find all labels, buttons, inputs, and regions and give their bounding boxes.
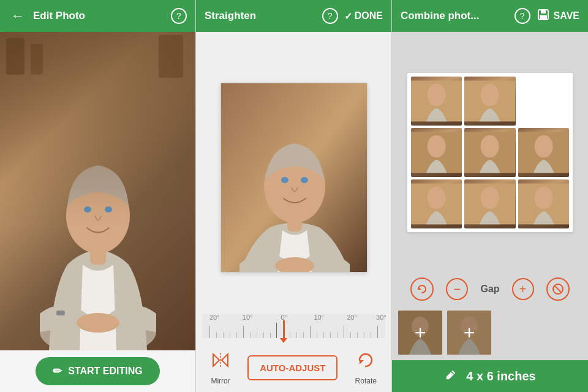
svg-point-30: [534, 135, 552, 158]
mid-help-button[interactable]: ?: [322, 8, 338, 24]
svg-marker-15: [222, 354, 228, 366]
gap-plus-button[interactable]: +: [512, 278, 534, 300]
ruler-container: 20° 10° 0° 10° 20° 30°: [202, 311, 385, 343]
done-button[interactable]: ✓ DONE: [344, 10, 383, 22]
minus-icon: −: [454, 282, 461, 296]
right-help-button[interactable]: ?: [514, 8, 530, 24]
thumb-2-plus-icon: +: [464, 323, 475, 342]
grid-cell-2-3: [518, 128, 569, 177]
done-check-icon: ✓: [344, 10, 352, 22]
undo-button[interactable]: [410, 277, 434, 301]
app-container: ← Edit Photo ?: [0, 0, 588, 392]
svg-point-11: [281, 177, 288, 183]
start-editing-label: START EDITING: [68, 366, 142, 377]
save-label: SAVE: [554, 10, 579, 21]
right-panel: Combine phot... ? SAVE: [392, 0, 588, 392]
thumb-1-container: +: [398, 311, 442, 355]
mid-photo-container: [221, 83, 368, 273]
mirror-label: Mirror: [211, 377, 230, 385]
left-help-button[interactable]: ?: [171, 8, 187, 24]
svg-line-39: [554, 285, 562, 293]
photo-grid: [407, 73, 573, 232]
start-editing-button[interactable]: ✏ START EDITING: [36, 357, 159, 385]
thumb-bar: + +: [392, 305, 588, 360]
size-text: 4 x 6 inches: [466, 369, 535, 383]
size-edit-icon: [444, 368, 458, 385]
ruler-area: 20° 10° 0° 10° 20° 30°: [196, 311, 391, 343]
svg-point-34: [481, 187, 499, 209]
rotate-label: Rotate: [355, 377, 377, 385]
svg-point-36: [534, 187, 552, 209]
rotate-icon: [356, 350, 375, 374]
svg-marker-17: [360, 360, 364, 364]
thumb-2-add-button[interactable]: +: [447, 311, 491, 355]
thumb-2-container: +: [447, 311, 491, 355]
done-label: DONE: [355, 10, 383, 21]
svg-point-5: [77, 313, 119, 333]
save-icon: [537, 8, 550, 24]
grid-cell-1-1: [411, 77, 462, 126]
svg-rect-19: [541, 10, 546, 13]
grid-cell-3-3: [518, 179, 569, 228]
grid-cell-1-2: [464, 77, 515, 126]
mirror-icon: [211, 350, 230, 374]
grid-cell-2-1: [411, 128, 462, 177]
svg-rect-20: [540, 15, 547, 20]
rotate-button[interactable]: Rotate: [355, 350, 377, 385]
plus-icon: +: [519, 282, 527, 296]
gap-label: Gap: [480, 284, 499, 295]
photo-grid-area: [392, 32, 588, 273]
no-rotate-button[interactable]: [546, 277, 570, 301]
left-photo-background: [0, 32, 195, 350]
grid-cell-3-2: [464, 179, 515, 228]
svg-rect-6: [56, 311, 65, 315]
grid-row-1: [411, 77, 569, 126]
grid-cell-3-1: [411, 179, 462, 228]
pencil-icon: ✏: [53, 364, 62, 378]
left-panel-title: Edit Photo: [33, 10, 165, 22]
ruler-indicator: [283, 320, 285, 338]
mirror-button[interactable]: Mirror: [211, 350, 230, 385]
left-photo-area: [0, 32, 195, 350]
mid-panel-title: Straighten: [205, 10, 316, 22]
svg-marker-37: [418, 287, 421, 290]
svg-point-26: [428, 135, 446, 158]
grid-row-3: [411, 179, 569, 228]
grid-cell-2-2: [464, 128, 515, 177]
grid-cell-1-3: [518, 77, 569, 126]
size-bar: 4 x 6 inches: [392, 360, 588, 392]
mid-panel: Straighten ? ✓ DONE: [196, 0, 392, 392]
left-panel: ← Edit Photo ?: [0, 0, 196, 392]
thumb-1-plus-icon: +: [415, 323, 426, 342]
back-button[interactable]: ←: [9, 6, 27, 26]
svg-point-32: [428, 187, 446, 209]
gap-minus-button[interactable]: −: [446, 278, 468, 300]
grid-row-2: [411, 128, 569, 177]
left-top-bar: ← Edit Photo ?: [0, 0, 195, 32]
mid-person-image: [221, 83, 368, 273]
auto-adjust-button[interactable]: AUTO-ADJUST: [247, 355, 337, 380]
mid-photo-image: [221, 83, 367, 272]
svg-point-12: [301, 177, 308, 183]
left-bottom-bar: ✏ START EDITING: [0, 350, 195, 392]
right-top-bar: Combine phot... ? SAVE: [392, 0, 588, 32]
svg-point-28: [481, 135, 499, 158]
right-panel-title: Combine phot...: [401, 10, 508, 22]
thumb-1-add-button[interactable]: +: [398, 311, 442, 355]
save-button[interactable]: SAVE: [537, 8, 579, 24]
mid-photo-area: [196, 32, 391, 311]
svg-point-24: [481, 84, 499, 107]
svg-point-22: [428, 84, 446, 107]
mid-top-bar: Straighten ? ✓ DONE: [196, 0, 391, 32]
gap-bar: − Gap +: [392, 273, 588, 305]
svg-marker-14: [213, 354, 219, 366]
mid-bottom-tools: Mirror AUTO-ADJUST Rotate: [196, 343, 391, 392]
